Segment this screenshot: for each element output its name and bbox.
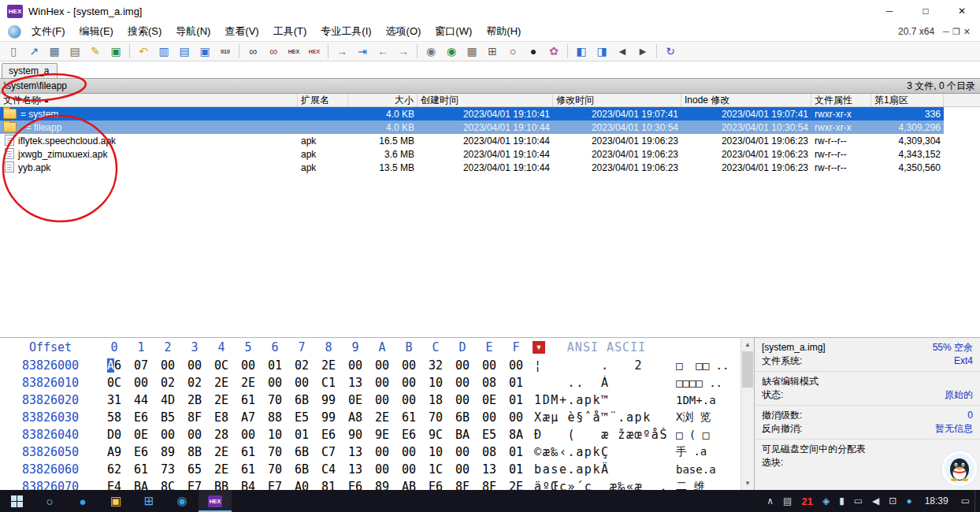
hex-byte[interactable]: E6 bbox=[128, 445, 154, 459]
hex-byte[interactable]: 9E bbox=[369, 428, 395, 442]
hex-ascii-text[interactable]: .. Á bbox=[529, 376, 668, 390]
hex-byte[interactable]: 00 bbox=[395, 393, 422, 407]
goto-end-icon[interactable]: ⇥ bbox=[353, 43, 372, 60]
show-desktop-button[interactable] bbox=[974, 490, 980, 512]
hex-byte[interactable]: 00 bbox=[503, 358, 529, 373]
hex-byte[interactable]: 70 bbox=[262, 462, 288, 477]
hex-ascii-text[interactable]: Ð ( æ žæœºåŠ bbox=[529, 428, 668, 442]
hex-byte[interactable]: 00 bbox=[449, 376, 476, 390]
hex-byte[interactable]: C4 bbox=[315, 462, 342, 477]
hex-byte[interactable]: 00 bbox=[449, 462, 476, 477]
hex-byte[interactable]: 00 bbox=[342, 358, 369, 373]
hex-byte[interactable]: 70 bbox=[422, 410, 449, 425]
col-inode-modified[interactable]: Inode 修改 bbox=[681, 94, 811, 106]
menu-view[interactable]: 查看(V) bbox=[217, 22, 265, 41]
hex-byte[interactable]: 00 bbox=[395, 358, 422, 373]
options-icon[interactable]: ✿ bbox=[544, 43, 563, 60]
hex-byte[interactable]: 01 bbox=[262, 358, 288, 373]
hex-byte[interactable]: 8C bbox=[154, 480, 181, 490]
window-split-icon[interactable]: ◧ bbox=[572, 43, 591, 60]
hex-byte[interactable]: BA bbox=[449, 428, 476, 442]
hex-byte[interactable]: 8F bbox=[476, 480, 503, 490]
hex-byte[interactable]: 89 bbox=[369, 480, 395, 490]
hex-byte[interactable]: 00 bbox=[369, 445, 395, 459]
hex-byte[interactable]: 90 bbox=[342, 428, 369, 442]
hex-byte[interactable]: 10 bbox=[422, 376, 449, 390]
paste-into-icon[interactable]: ▣ bbox=[106, 43, 125, 60]
hex-byte[interactable]: 0C bbox=[208, 358, 235, 373]
hex-ascii-text[interactable]: ©æ‰‹.apkÇ bbox=[529, 445, 668, 459]
taskbar-winhex[interactable]: HEX bbox=[199, 490, 232, 512]
hex-byte[interactable]: 8B bbox=[181, 445, 208, 459]
hex-byte[interactable]: 13 bbox=[342, 462, 369, 477]
hex-byte[interactable]: AB bbox=[395, 480, 422, 490]
new-file-icon[interactable]: ▯ bbox=[4, 43, 23, 60]
scroll-thumb[interactable] bbox=[742, 351, 753, 388]
hex-byte[interactable]: E8 bbox=[208, 410, 235, 425]
menu-specialist[interactable]: 专业工具(I) bbox=[314, 22, 378, 41]
clipboard-copy-icon[interactable]: ▤ bbox=[175, 43, 194, 60]
hex-byte[interactable]: 2B bbox=[181, 393, 208, 407]
hex-byte[interactable]: E5 bbox=[476, 428, 503, 442]
taskbar-browser[interactable]: ◉ bbox=[165, 490, 199, 512]
ram-icon[interactable]: ▦ bbox=[462, 43, 481, 60]
hex-byte[interactable]: C1 bbox=[315, 376, 342, 390]
hex-byte[interactable]: 6B bbox=[288, 393, 315, 407]
hex-byte[interactable]: A6 bbox=[101, 358, 128, 373]
hex-byte[interactable]: 2E bbox=[208, 376, 235, 390]
copy-binary-icon[interactable]: 010 bbox=[216, 43, 235, 60]
hex-byte[interactable]: 0C bbox=[101, 376, 128, 390]
hex-byte[interactable]: 10 bbox=[422, 445, 449, 459]
magnifier-icon[interactable]: ○ bbox=[503, 43, 522, 60]
find-text-icon[interactable]: ∞ bbox=[243, 43, 262, 60]
camera-icon[interactable]: ● bbox=[524, 43, 543, 60]
hex-ascii-text[interactable]: 1DM+.apk™ bbox=[529, 393, 668, 407]
forward-icon[interactable]: → bbox=[394, 43, 413, 60]
tray-display-icon[interactable]: ▭ bbox=[849, 495, 867, 506]
hex-byte[interactable]: 99 bbox=[315, 393, 342, 407]
hex-byte[interactable]: 6B bbox=[449, 410, 476, 425]
hex-byte[interactable]: BA bbox=[128, 480, 154, 490]
hex-byte[interactable]: 10 bbox=[262, 428, 288, 442]
hex-ascii-text[interactable]: äºŒç»´ç æ‰«æ . bbox=[529, 480, 668, 490]
hex-byte[interactable]: 58 bbox=[101, 410, 128, 425]
hex-byte[interactable]: 01 bbox=[503, 393, 529, 407]
hex-byte[interactable]: 00 bbox=[235, 428, 262, 442]
hex-byte[interactable]: 00 bbox=[395, 445, 422, 459]
hex-byte[interactable]: 61 bbox=[235, 445, 262, 459]
hex-byte[interactable]: 99 bbox=[315, 410, 342, 425]
tray-volume-icon[interactable]: ◀ bbox=[867, 495, 884, 506]
hex-byte[interactable]: 0E bbox=[342, 393, 369, 407]
hex-byte[interactable]: E5 bbox=[288, 410, 315, 425]
col-attributes[interactable]: 文件属性 bbox=[811, 94, 871, 106]
hex-byte[interactable]: 8A bbox=[503, 428, 529, 442]
replace-hex-icon[interactable]: HEX bbox=[305, 43, 324, 60]
file-row[interactable]: . = fileapp4.0 KB2023/04/01 19:10:442023… bbox=[0, 121, 944, 134]
hex-byte[interactable]: 00 bbox=[181, 428, 208, 442]
start-button[interactable] bbox=[0, 490, 33, 512]
sync-icon[interactable]: ↻ bbox=[661, 43, 680, 60]
close-button[interactable]: ✕ bbox=[944, 0, 980, 22]
hex-byte[interactable]: B4 bbox=[235, 480, 262, 490]
hex-byte[interactable]: A9 bbox=[101, 445, 128, 459]
edit-icon[interactable]: ✎ bbox=[86, 43, 105, 60]
window-grid-icon[interactable]: ◨ bbox=[592, 43, 611, 60]
hex-byte[interactable]: 8F bbox=[181, 410, 208, 425]
hex-byte[interactable]: 00 bbox=[181, 358, 208, 373]
hex-byte[interactable]: 2E bbox=[208, 462, 235, 477]
tray-notification-icon[interactable]: ▭ bbox=[956, 495, 974, 506]
menu-file[interactable]: 文件(F) bbox=[24, 22, 72, 41]
hex-byte[interactable]: 00 bbox=[128, 376, 154, 390]
scroll-down-button[interactable]: ▼ bbox=[741, 477, 754, 490]
replace-text-icon[interactable]: ∞ bbox=[264, 43, 283, 60]
hex-byte[interactable]: 70 bbox=[262, 445, 288, 459]
hex-byte[interactable]: 70 bbox=[262, 393, 288, 407]
menu-options[interactable]: 选项(O) bbox=[379, 22, 429, 41]
file-row[interactable]: jxwgb_zimuxuexi.apkapk3.6 MB2023/04/01 1… bbox=[0, 147, 944, 161]
find-hex-icon[interactable]: HEX bbox=[284, 43, 303, 60]
hex-byte[interactable]: 00 bbox=[476, 410, 503, 425]
tray-qq-icon[interactable]: ● bbox=[901, 495, 916, 506]
tray-chevron-icon[interactable]: ∧ bbox=[762, 495, 778, 506]
hex-byte[interactable]: 13 bbox=[342, 445, 369, 459]
hex-byte[interactable]: 00 bbox=[369, 462, 395, 477]
